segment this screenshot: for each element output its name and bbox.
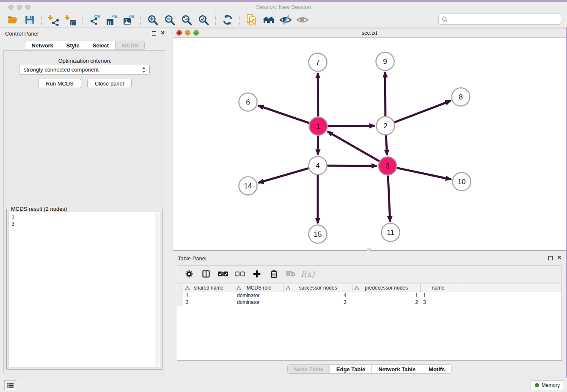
- control-panel-tabs: Network Style Select MCDS: [0, 41, 170, 50]
- tab-network[interactable]: Network: [25, 41, 60, 50]
- tab-edge-table[interactable]: Edge Table: [330, 364, 372, 374]
- cell-predecessor-nodes[interactable]: 2: [352, 299, 421, 305]
- control-panel-title: Control Panel: [5, 30, 39, 37]
- column-header-successor-nodes[interactable]: successor nodes: [284, 284, 352, 292]
- graph-edge-3-10[interactable]: [397, 168, 451, 179]
- column-header-predecessor-nodes[interactable]: predecessor nodes: [352, 284, 421, 292]
- graph-edge-1-2[interactable]: [328, 126, 374, 126]
- export-network-icon[interactable]: [88, 14, 101, 26]
- memory-button[interactable]: Memory: [531, 380, 564, 390]
- eye-icon: [296, 14, 309, 26]
- cell-mcds-role[interactable]: dominator: [234, 293, 284, 298]
- cell-name[interactable]: 3: [421, 299, 456, 305]
- columns-icon[interactable]: [201, 269, 211, 279]
- mcds-panel: Optimization criterion: strongly connect…: [3, 50, 166, 373]
- mcds-result-title: MCDS result (2 nodes): [9, 206, 69, 212]
- toolbar-separator: [140, 14, 141, 26]
- network-window-title: scc.txt: [173, 30, 566, 36]
- cell-shared-name[interactable]: 1: [183, 293, 234, 298]
- run-mcds-button[interactable]: Run MCDS: [38, 79, 81, 88]
- graph-node-label: 11: [387, 229, 394, 237]
- deselect-all-icon[interactable]: [235, 269, 245, 279]
- graph-edge-1-6[interactable]: [258, 105, 309, 123]
- cell-successor-nodes[interactable]: 3: [284, 299, 352, 305]
- column-header-name[interactable]: name: [421, 284, 456, 292]
- toolbar-separator: [239, 14, 240, 26]
- column-header-mcds-role[interactable]: MCDS role: [234, 284, 284, 292]
- tree-icon: [286, 286, 290, 290]
- graph-edge-4-3[interactable]: [327, 166, 377, 166]
- close-panel-icon[interactable]: ×: [557, 254, 561, 261]
- tab-motifs[interactable]: Motifs: [422, 364, 451, 374]
- export-table-icon[interactable]: [105, 14, 118, 26]
- graph-edge-2-3[interactable]: [386, 135, 387, 155]
- cell-name[interactable]: 1: [421, 293, 456, 298]
- network-graph[interactable]: 7968124314101511: [173, 38, 566, 250]
- network-window-titlebar[interactable]: × − + scc.txt: [173, 28, 566, 38]
- tab-node-table[interactable]: Node Table: [287, 364, 330, 374]
- table-row[interactable]: 1 dominator 4 1 1: [177, 292, 561, 299]
- zoom-out-icon[interactable]: [163, 14, 176, 26]
- table-header: shared name MCDS role successor nodes pr…: [177, 284, 561, 292]
- add-column-icon[interactable]: [252, 269, 262, 279]
- tab-select[interactable]: Select: [86, 41, 116, 50]
- memory-status-dot: [535, 383, 539, 387]
- control-panel: Control Panel × Network Style Select MCD…: [0, 28, 170, 377]
- gear-icon[interactable]: [184, 269, 194, 279]
- graph-edge-3-11[interactable]: [388, 175, 390, 221]
- main-titlebar: Session: New Session: [0, 2, 567, 12]
- search-input[interactable]: [450, 16, 561, 22]
- main-toolbar: [0, 12, 567, 28]
- result-scrollbar[interactable]: [155, 213, 160, 367]
- graph-edge-3-1[interactable]: [328, 132, 379, 161]
- graph-edge-2-9[interactable]: [385, 72, 385, 116]
- tab-style[interactable]: Style: [60, 41, 86, 50]
- graph-edge-2-8[interactable]: [394, 101, 451, 122]
- mcds-result-group: MCDS result (2 nodes) 1 3: [6, 209, 162, 370]
- zoom-selected-icon[interactable]: [197, 14, 210, 26]
- open-session-icon[interactable]: [6, 14, 19, 26]
- tree-icon: [237, 286, 241, 290]
- optimization-criterion-select[interactable]: strongly connected component: [19, 65, 150, 75]
- table-row[interactable]: 3 dominator 3 2 3: [177, 299, 561, 306]
- window-title: Session: New Session: [0, 4, 567, 10]
- task-list-button[interactable]: [4, 380, 16, 390]
- window-resize-handle[interactable]: [367, 248, 371, 251]
- table-panel-title: Table Panel: [178, 255, 206, 262]
- float-panel-icon[interactable]: [152, 31, 156, 36]
- toolbar-separator: [215, 14, 216, 26]
- table-panel: Table Panel × f(x) shared: [173, 253, 566, 377]
- cell-predecessor-nodes[interactable]: 1: [352, 293, 421, 298]
- mcds-result-text[interactable]: 1 3: [8, 212, 160, 367]
- graph-node-label: 3: [385, 162, 389, 170]
- graph-node-label: 2: [383, 122, 387, 130]
- tab-mcds[interactable]: MCDS: [116, 41, 145, 50]
- eye-slash-icon[interactable]: [279, 14, 292, 26]
- close-panel-icon[interactable]: ×: [161, 29, 165, 36]
- tab-network-table[interactable]: Network Table: [372, 364, 422, 374]
- close-panel-button[interactable]: Close panel: [87, 79, 132, 88]
- graph-edge-4-14[interactable]: [258, 168, 308, 183]
- zoom-in-icon[interactable]: [146, 14, 159, 26]
- table-tabs: Node Table Edge Table Network Table Moti…: [173, 364, 566, 374]
- export-image-icon[interactable]: [122, 14, 135, 26]
- float-panel-icon[interactable]: [548, 256, 553, 260]
- refresh-icon[interactable]: [221, 14, 234, 26]
- save-session-icon[interactable]: [23, 14, 36, 26]
- cell-shared-name[interactable]: 3: [183, 299, 234, 305]
- column-header-shared-name[interactable]: shared name: [183, 284, 234, 292]
- node-table[interactable]: shared name MCDS role successor nodes pr…: [177, 284, 562, 361]
- import-network-icon[interactable]: [47, 14, 60, 26]
- select-all-icon[interactable]: [218, 269, 228, 279]
- graph-edge-1-7[interactable]: [318, 73, 318, 116]
- import-table-icon[interactable]: [64, 14, 77, 26]
- search-icon: [442, 16, 448, 22]
- home-icon[interactable]: [262, 14, 275, 26]
- mcds-result-line: 3: [11, 220, 157, 227]
- copy-network-icon[interactable]: [245, 14, 258, 26]
- zoom-fit-icon[interactable]: [180, 14, 193, 26]
- search-box[interactable]: [438, 14, 561, 25]
- cell-successor-nodes[interactable]: 4: [284, 293, 352, 298]
- trash-icon[interactable]: [269, 269, 279, 279]
- cell-mcds-role[interactable]: dominator: [234, 299, 284, 305]
